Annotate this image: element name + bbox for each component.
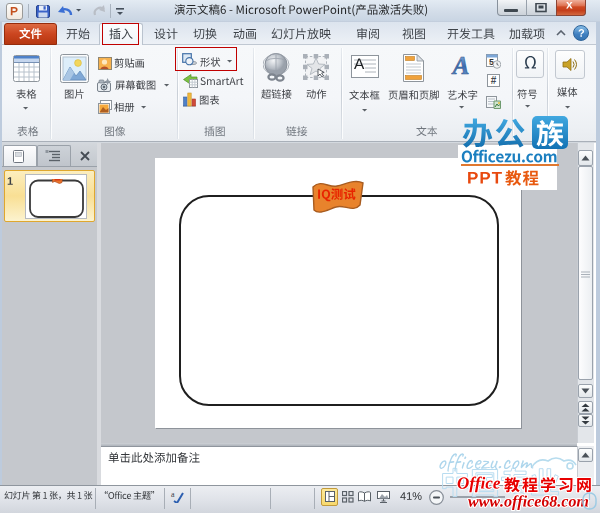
svg-text:#: #: [491, 75, 497, 86]
svg-text:a: a: [171, 490, 175, 499]
svg-text:A: A: [451, 54, 470, 78]
